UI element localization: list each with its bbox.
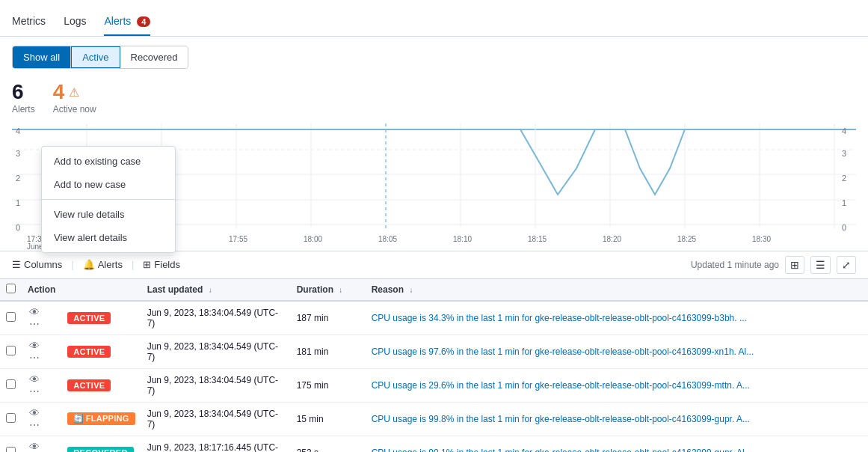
context-menu: Add to existing case Add to new case Vie… [41,146,176,253]
reason-link[interactable]: CPU usage is 97.6% in the last 1 min for… [372,346,754,357]
total-alerts-stat: 6 Alerts [12,81,35,114]
add-existing-case-menu-item[interactable]: Add to existing case [42,150,175,173]
status-badge: Active [67,346,111,358]
svg-text:18:05: 18:05 [378,235,397,243]
view-rule-details-menu-item[interactable]: View rule details [42,203,175,226]
tab-logs[interactable]: Logs [64,9,86,36]
more-options-icon[interactable]: ⋯ [28,418,41,433]
grid-view-button[interactable]: ⊞ [785,256,804,274]
action-column-header: Action [22,279,61,301]
filter-toolbar: Show all Active Recovered [0,37,868,78]
fields-toggle[interactable]: ⊞ Fields [143,259,180,270]
row-status-cell: Active [61,301,141,335]
row-last-updated: Jun 9, 2023, 18:34:04.549 (UTC-7) [141,402,291,436]
row-action-cell: 👁 ⋯ [22,335,61,368]
duration-column-header[interactable]: Duration ↓ [291,279,366,301]
row-duration: 252 s [291,436,366,452]
svg-text:2: 2 [842,174,846,183]
row-checkbox[interactable] [6,346,16,355]
eye-icon[interactable]: 👁 [28,439,41,452]
svg-text:1: 1 [842,198,846,207]
toolbar-right: Updated 1 minute ago ⊞ ☰ ⤢ [691,256,856,274]
alerts-table-container: Action Last updated ↓ Duration ↓ Reason … [0,279,868,452]
active-alerts-count: 4 [53,81,65,104]
row-checkbox-cell [0,335,22,368]
row-last-updated: Jun 9, 2023, 18:34:04.549 (UTC-7) [141,335,291,368]
row-checkbox-cell [0,368,22,402]
reason-link[interactable]: CPU usage is 34.3% in the last 1 min for… [372,313,747,323]
row-reason: CPU usage is 34.3% in the last 1 min for… [366,301,868,335]
row-action-cell: 👁 ⋯ [22,402,61,436]
tab-alerts[interactable]: Alerts 4 [104,9,150,36]
svg-text:4: 4 [842,126,846,135]
svg-text:0: 0 [842,223,846,232]
list-icon: ☰ [12,259,21,270]
bell-icon: 🔔 [83,259,95,270]
chart-area: 0 1 2 3 4 0 1 2 3 4 17:3 17:45 17:50 17:… [0,123,868,251]
row-duration: 181 min [291,335,366,368]
row-last-updated: Jun 9, 2023, 18:17:16.445 (UTC-7) [141,436,291,452]
columns-button[interactable]: ☰ Columns [12,259,62,270]
add-new-case-menu-item[interactable]: Add to new case [42,173,175,196]
sort-icon: ↓ [209,286,212,294]
active-filter-button[interactable]: Active [71,46,120,68]
alerts-toggle[interactable]: 🔔 Alerts [83,259,123,270]
row-reason: CPU usage is 99.8% in the last 1 min for… [366,402,868,436]
row-checkbox[interactable] [6,312,16,322]
recovered-filter-button[interactable]: Recovered [120,46,188,68]
view-alert-details-menu-item[interactable]: View alert details [42,226,175,249]
reason-link[interactable]: CPU usage is 29.6% in the last 1 min for… [372,380,750,391]
row-checkbox[interactable] [6,447,16,452]
svg-text:0: 0 [16,223,20,232]
svg-text:17:55: 17:55 [229,235,247,243]
svg-text:4: 4 [16,126,20,135]
sort-icon: ↓ [409,286,413,294]
context-menu-divider [42,199,175,200]
svg-text:2: 2 [16,174,20,183]
table-row: 👁 ⋯ Active Jun 9, 2023, 18:34:04.549 (UT… [0,335,868,368]
list-view-button[interactable]: ☰ [810,256,831,274]
row-checkbox[interactable] [6,379,16,389]
row-duration: 187 min [291,301,366,335]
reason-link[interactable]: CPU usage is 99.8% in the last 1 min for… [372,414,750,424]
reason-link[interactable]: CPU usage is 90.1% in the last 1 min for… [372,448,752,452]
row-reason: CPU usage is 90.1% in the last 1 min for… [366,436,868,452]
last-updated-column-header[interactable]: Last updated ↓ [141,279,291,301]
status-badge: Active [67,379,111,391]
svg-text:18:30: 18:30 [752,235,771,243]
select-all-checkbox[interactable] [6,284,16,293]
svg-text:3: 3 [16,149,20,158]
show-all-button[interactable]: Show all [13,46,71,68]
expand-button[interactable]: ⤢ [837,256,856,274]
reason-column-header[interactable]: Reason ↓ [366,279,868,301]
svg-text:18:20: 18:20 [603,235,621,243]
table-row: 👁 ⋯ Recovered Jun 9, 2023, 18:17:16.445 … [0,436,868,452]
total-alerts-label: Alerts [12,104,35,114]
row-action-cell: 👁 ⋯ [22,368,61,402]
grid-icon: ⊞ [143,259,151,270]
more-options-icon[interactable]: ⋯ [28,350,41,365]
svg-text:18:15: 18:15 [528,235,547,243]
row-checkbox-cell [0,301,22,335]
row-action-cell: 👁 ⋯ [22,436,61,452]
sort-icon: ↓ [339,286,342,294]
row-reason: CPU usage is 97.6% in the last 1 min for… [366,335,868,368]
svg-text:18:10: 18:10 [453,235,472,243]
table-row: 👁 ⋯ Active Jun 9, 2023, 18:34:04.549 (UT… [0,368,868,402]
tab-metrics[interactable]: Metrics [12,9,46,36]
row-checkbox[interactable] [6,413,16,423]
svg-text:18:00: 18:00 [304,235,322,243]
alerts-badge: 4 [137,16,150,27]
more-options-icon[interactable]: ⋯ [28,384,41,399]
updated-text: Updated 1 minute ago [691,260,779,270]
row-last-updated: Jun 9, 2023, 18:34:04.549 (UTC-7) [141,301,291,335]
filter-button-group: Show all Active Recovered [12,46,188,69]
svg-text:18:25: 18:25 [677,235,696,243]
warning-icon: ⚠ [69,85,79,100]
table-row: 👁 ⋯ 🔄Flapping Jun 9, 2023, 18:34:04.549 … [0,402,868,436]
select-all-header [0,279,22,301]
row-status-cell: 🔄Flapping [61,402,141,436]
more-options-icon[interactable]: ⋯ [28,317,41,332]
active-alerts-stat: 4 ⚠ Active now [53,81,96,114]
row-action-cell: 👁 ⋯ [22,301,61,335]
